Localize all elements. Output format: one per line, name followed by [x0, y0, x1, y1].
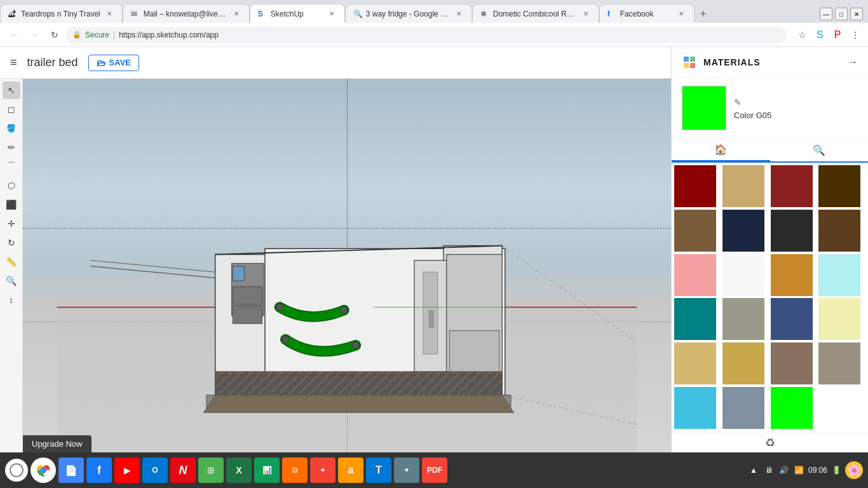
recycle-icon[interactable]: ♻ — [765, 436, 775, 450]
forward-button[interactable]: → — [25, 26, 43, 44]
swatch-cloud[interactable] — [722, 387, 764, 429]
pushpull-tool[interactable]: ⬛ — [3, 196, 20, 214]
eraser-tool[interactable]: ◻ — [3, 100, 20, 118]
taskbar-amazon[interactable]: a — [338, 458, 363, 483]
svg-point-19 — [282, 336, 289, 343]
tab-dometic[interactable]: ❄ Dometic Combicool RC1... ✕ — [472, 4, 599, 23]
zoom-tool[interactable]: 🔍 — [3, 272, 20, 290]
svg-rect-15 — [233, 287, 262, 304]
panel-expand-button[interactable]: → — [848, 57, 858, 68]
pencil-tool[interactable]: ✏ — [3, 139, 20, 156]
swatch-navy[interactable] — [722, 210, 764, 252]
taskbar-apps[interactable]: ⊞ — [198, 458, 224, 483]
walk-tool[interactable]: ↕ — [3, 291, 20, 309]
sketchup-drawing — [23, 79, 671, 452]
tab-mail[interactable]: ✉ Mail – knowetap@live.c... ✕ — [123, 4, 250, 23]
taskbar-excel[interactable]: X — [226, 458, 252, 483]
taskbar-sheets[interactable]: 📊 — [254, 458, 280, 483]
taskbar-outlook[interactable]: O — [142, 458, 168, 483]
taskbar-youtube[interactable]: ▶ — [114, 458, 140, 483]
rotate-tool[interactable]: ↻ — [3, 234, 20, 252]
drawing-canvas[interactable]: Upgrade Now — [23, 79, 671, 452]
save-button[interactable]: 🗁 SAVE — [88, 55, 139, 71]
taskbar-chrome[interactable] — [31, 458, 56, 483]
swatch-green[interactable] — [771, 387, 813, 429]
menu-icon[interactable]: ≡ — [10, 56, 17, 69]
taskbar-text[interactable]: T — [366, 458, 391, 483]
tab-3way[interactable]: 🔍 3 way fridge - Google Se... ✕ — [345, 4, 472, 23]
taskbar-screen-icon[interactable]: 🖥 — [763, 464, 775, 477]
tape-tool[interactable]: 📏 — [3, 253, 20, 271]
swatch-ltblue[interactable] — [674, 387, 716, 429]
taskbar-wifi-icon[interactable]: 📶 — [793, 464, 806, 477]
tab-sketchup[interactable]: S SketchUp ✕ — [250, 4, 345, 23]
shapes-tool[interactable]: ⬡ — [3, 177, 20, 194]
taskbar-up-arrow[interactable]: ▲ — [747, 464, 760, 477]
swatch-tan[interactable] — [722, 165, 764, 207]
bookmark-icon[interactable]: ☆ — [794, 27, 810, 43]
taskbar-game[interactable]: ✦ — [310, 458, 336, 483]
taskbar-facebook[interactable]: f — [86, 458, 112, 483]
close-window-button[interactable]: ✕ — [850, 8, 863, 20]
svg-marker-29 — [203, 395, 513, 413]
tab-close-4[interactable]: ✕ — [454, 9, 464, 19]
material-edit-button[interactable]: ✎ — [734, 97, 742, 107]
reload-button[interactable]: ↻ — [46, 26, 64, 44]
swatch-carpet[interactable] — [818, 342, 860, 384]
swatch-oak[interactable] — [771, 254, 813, 296]
swatch-sand[interactable] — [674, 342, 716, 384]
upgrade-now-button[interactable]: Upgrade Now — [23, 435, 92, 452]
swatch-teal[interactable] — [674, 298, 716, 340]
skype-icon[interactable]: S — [812, 27, 827, 43]
restore-button[interactable]: □ — [835, 8, 848, 20]
materials-cube-icon — [682, 55, 697, 70]
swatch-stone[interactable] — [722, 298, 764, 340]
taskbar-battery-icon: 🔋 — [830, 464, 843, 477]
tab-close-6[interactable]: ✕ — [676, 9, 686, 19]
chrome-menu-icon[interactable]: ⋮ — [848, 27, 863, 43]
tab-home[interactable]: 🏠 — [672, 139, 770, 161]
tab-title-3: SketchUp — [271, 10, 323, 18]
taskbar-sound-icon[interactable]: 🔊 — [778, 464, 790, 477]
taskbar-multi[interactable]: ⧉ — [282, 458, 308, 483]
swatch-stripe[interactable] — [771, 342, 813, 384]
swatch-darkred[interactable] — [771, 165, 813, 207]
taskbar-chromeos[interactable] — [5, 459, 28, 482]
taskbar-docs[interactable]: 📄 — [58, 458, 84, 483]
swatch-brown[interactable] — [674, 210, 716, 252]
move-tool[interactable]: ✛ — [3, 215, 20, 233]
svg-rect-16 — [233, 306, 262, 324]
tab-close-3[interactable]: ✕ — [327, 9, 337, 19]
swatch-charcoal[interactable] — [771, 210, 813, 252]
swatch-cross[interactable] — [722, 342, 764, 384]
swatch-walnut[interactable] — [818, 210, 860, 252]
tab-close-1[interactable]: ✕ — [104, 9, 114, 19]
taskbar-star[interactable]: ✦ — [394, 458, 419, 483]
pinterest-icon[interactable]: P — [830, 27, 845, 43]
tab-favicon-4: 🔍 — [353, 10, 362, 18]
tab-facebook[interactable]: f Facebook ✕ — [599, 4, 695, 23]
taskbar-pdf[interactable]: PDF — [422, 458, 447, 483]
swatch-blue[interactable] — [771, 298, 813, 340]
tab-close-5[interactable]: ✕ — [581, 9, 591, 19]
svg-rect-25 — [449, 330, 499, 372]
swatch-yellow[interactable] — [818, 298, 860, 340]
paint-tool[interactable]: 🪣 — [3, 119, 20, 137]
tab-teardrops[interactable]: 🏕 Teardrops n Tiny Travel ✕ — [0, 4, 123, 23]
swatch-red[interactable] — [674, 165, 716, 207]
minimize-button[interactable]: — — [820, 8, 832, 20]
swatch-white[interactable] — [722, 254, 764, 296]
select-tool[interactable]: ↖ — [3, 81, 20, 99]
swatch-pink[interactable] — [674, 254, 716, 296]
swatch-cyan[interactable] — [818, 254, 860, 296]
tab-search[interactable]: 🔍 — [770, 139, 869, 161]
new-tab-button[interactable]: + — [695, 5, 712, 23]
address-bar[interactable]: 🔒 Secure | https://app.sketchup.com/app — [66, 27, 787, 43]
arc-tool[interactable]: ⌒ — [3, 158, 20, 175]
swatch-darkbrown[interactable] — [818, 165, 860, 207]
taskbar-avatar[interactable]: 🌸 — [845, 461, 863, 479]
taskbar-netflix[interactable]: N — [170, 458, 196, 483]
materials-title: MATERIALS — [703, 57, 761, 67]
tab-close-2[interactable]: ✕ — [231, 9, 241, 19]
back-button[interactable]: ← — [5, 26, 23, 44]
